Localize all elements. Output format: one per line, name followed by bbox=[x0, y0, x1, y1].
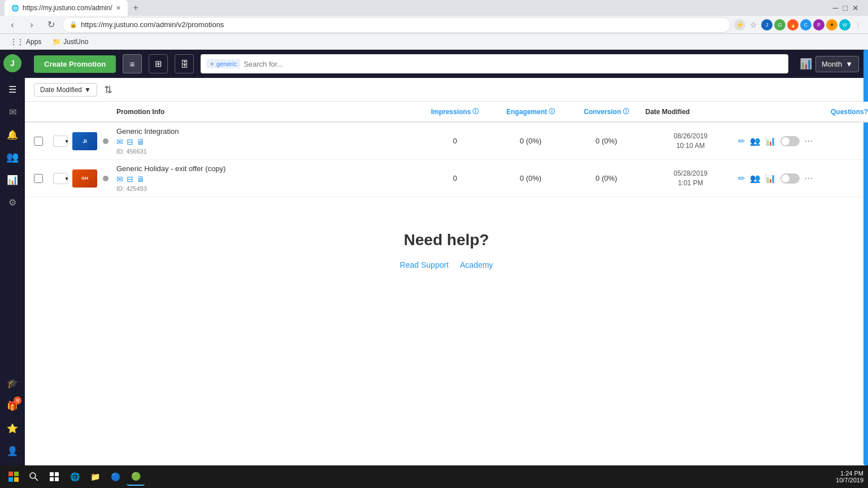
mobile-icon[interactable]: ⊟ bbox=[127, 137, 133, 146]
search-input[interactable] bbox=[244, 60, 783, 68]
forward-btn[interactable]: › bbox=[24, 17, 40, 33]
table-row: ▼ JI Generic Integration ✉ ⊟ 🖥 ID: 45663… bbox=[25, 123, 868, 160]
help-title: Need help? bbox=[36, 231, 857, 249]
address-bar[interactable]: 🔒 https://my.justuno.com/admin/v2/promot… bbox=[62, 17, 731, 33]
table-header: Promotion Info Impressions ⓘ Engagement … bbox=[25, 102, 868, 123]
grid-view-btn[interactable]: ⊞ bbox=[149, 54, 168, 73]
search-container: ✕ generic bbox=[201, 54, 788, 73]
promotion-icons-2: ✉ ⊟ 🖥 bbox=[116, 175, 416, 184]
close-btn[interactable]: ✕ bbox=[852, 3, 859, 12]
email-icon[interactable]: ✉ bbox=[116, 137, 123, 146]
sidebar-item-analytics[interactable]: 📊 bbox=[2, 169, 23, 190]
archive-icon: 🗄 bbox=[180, 59, 189, 69]
row-thumbnail-2: GH bbox=[72, 169, 97, 188]
edit-icon-1[interactable]: ✏ bbox=[738, 136, 745, 146]
refresh-btn[interactable]: ↻ bbox=[43, 17, 59, 33]
impressions-info-icon[interactable]: ⓘ bbox=[472, 107, 479, 116]
sidebar: J ☰ ✉ 🔔 👥 📊 ⚙ 🎓 🎁 9 ⭐ bbox=[0, 50, 25, 465]
read-support-link[interactable]: Read Support bbox=[400, 260, 449, 269]
date-modified-2: 05/28/2019 1:01 PM bbox=[645, 169, 736, 188]
table-row: ▼ GH Generic Holiday - exit offer (copy)… bbox=[25, 160, 868, 197]
row-status-select-2[interactable] bbox=[53, 173, 68, 184]
minimize-btn[interactable]: ─ bbox=[833, 3, 839, 12]
desktop-icon-2[interactable]: 🖥 bbox=[137, 175, 145, 184]
more-btn-2[interactable]: ⋯ bbox=[804, 173, 813, 184]
sidebar-item-notifications[interactable]: 🔔 bbox=[2, 124, 23, 145]
conversion-2: 0 (0%) bbox=[570, 174, 643, 182]
bookmark-apps[interactable]: ⋮⋮ Apps bbox=[7, 37, 45, 47]
ext1[interactable]: J bbox=[761, 19, 772, 30]
menu-dots[interactable]: ⋮ bbox=[852, 19, 863, 30]
row-checkbox-1[interactable] bbox=[34, 137, 43, 146]
row-status-dot-1 bbox=[103, 138, 108, 144]
email-icon-2[interactable]: ✉ bbox=[116, 175, 123, 184]
bell-icon: 🔔 bbox=[7, 129, 18, 140]
sidebar-item-menu[interactable]: ☰ bbox=[2, 79, 23, 99]
browser-toolbar: ⚡ ☆ J G 🔥 C P ☀ W ⋮ bbox=[734, 19, 863, 30]
sort-icon: ⇅ bbox=[104, 84, 112, 96]
audience-icon-2[interactable]: 👥 bbox=[750, 173, 761, 184]
header-questions[interactable]: Questions? bbox=[831, 108, 859, 116]
conversion-info-icon[interactable]: ⓘ bbox=[623, 107, 629, 116]
list-icon: ≡ bbox=[130, 59, 135, 69]
contacts-icon: 👥 bbox=[6, 151, 19, 163]
sidebar-logo[interactable]: J bbox=[3, 54, 21, 72]
academy-icon: 🎓 bbox=[7, 378, 18, 389]
search-tag-close-icon[interactable]: ✕ bbox=[210, 61, 214, 67]
browser-tab[interactable]: 🌐 https://my.justuno.com/admin/ ✕ bbox=[5, 0, 128, 16]
chart-icon-2[interactable]: 📊 bbox=[765, 173, 776, 184]
settings-icon: ⚙ bbox=[8, 197, 16, 208]
engagement-1: 0 (0%) bbox=[494, 137, 567, 145]
mobile-icon-2[interactable]: ⊟ bbox=[127, 175, 133, 184]
sidebar-item-settings[interactable]: ⚙ bbox=[2, 192, 23, 212]
action-icons-1: ✏ 👥 📊 ⋯ bbox=[738, 136, 828, 146]
extensions-icon[interactable]: ⚡ bbox=[734, 19, 745, 30]
chart-icon-1[interactable]: 📊 bbox=[765, 136, 776, 146]
toggle-2[interactable] bbox=[780, 173, 800, 184]
create-promotion-btn[interactable]: Create Promotion bbox=[34, 55, 116, 73]
archive-view-btn[interactable]: 🗄 bbox=[175, 54, 194, 73]
promotion-icons-1: ✉ ⊟ 🖥 bbox=[116, 137, 416, 146]
academy-link[interactable]: Academy bbox=[460, 260, 493, 269]
ext3[interactable]: 🔥 bbox=[787, 19, 798, 30]
list-view-btn[interactable]: ≡ bbox=[123, 54, 142, 73]
sidebar-item-profile[interactable]: 👤 bbox=[2, 441, 23, 461]
back-btn[interactable]: ‹ bbox=[5, 17, 20, 33]
action-icons-2: ✏ 👥 📊 ⋯ bbox=[738, 173, 828, 184]
ext4[interactable]: C bbox=[800, 19, 811, 30]
ext5[interactable]: P bbox=[813, 19, 824, 30]
edit-icon-2[interactable]: ✏ bbox=[738, 173, 745, 184]
date-filter-dropdown[interactable]: Date Modified ▼ bbox=[34, 83, 97, 97]
row-status-select-1[interactable] bbox=[53, 136, 68, 147]
tab-close-btn[interactable]: ✕ bbox=[116, 5, 121, 12]
help-links: Read Support Academy bbox=[36, 260, 857, 269]
search-tag[interactable]: ✕ generic bbox=[206, 59, 240, 68]
browser-titlebar: 🌐 https://my.justuno.com/admin/ ✕ + ─ □ … bbox=[0, 0, 868, 16]
bookmark-icon[interactable]: ☆ bbox=[748, 19, 759, 30]
ext7[interactable]: W bbox=[839, 19, 850, 30]
help-section: Need help? Read Support Academy bbox=[25, 197, 868, 303]
new-tab-btn[interactable]: + bbox=[130, 2, 142, 14]
engagement-info-icon[interactable]: ⓘ bbox=[549, 107, 555, 116]
audience-icon-1[interactable]: 👥 bbox=[750, 136, 761, 146]
date-modified-1: 08/26/2019 10:10 AM bbox=[645, 132, 736, 151]
ext6[interactable]: ☀ bbox=[826, 19, 837, 30]
desktop-icon[interactable]: 🖥 bbox=[137, 137, 145, 146]
maximize-btn[interactable]: □ bbox=[843, 3, 848, 12]
bookmark-justuno[interactable]: 📁 JustUno bbox=[49, 37, 92, 47]
sidebar-item-contacts[interactable]: 👥 bbox=[2, 147, 23, 167]
stats-icon[interactable]: 📊 bbox=[800, 58, 812, 70]
sidebar-item-gifts[interactable]: 🎁 9 bbox=[2, 395, 23, 416]
row-checkbox-2[interactable] bbox=[34, 174, 43, 183]
toggle-1[interactable] bbox=[780, 136, 800, 146]
sidebar-item-favorites[interactable]: ⭐ bbox=[2, 418, 23, 438]
filter-bar: Date Modified ▼ ⇅ bbox=[25, 78, 868, 102]
apps-icon: ⋮⋮ bbox=[10, 38, 24, 46]
more-btn-1[interactable]: ⋯ bbox=[804, 136, 813, 146]
sidebar-item-academy[interactable]: 🎓 bbox=[2, 373, 23, 393]
sidebar-item-messages[interactable]: ✉ bbox=[2, 102, 23, 122]
month-dropdown[interactable]: Month ▼ bbox=[815, 56, 859, 72]
star-icon: ⭐ bbox=[7, 423, 18, 434]
ext2[interactable]: G bbox=[774, 19, 785, 30]
sort-btn[interactable]: ⇅ bbox=[104, 84, 112, 96]
